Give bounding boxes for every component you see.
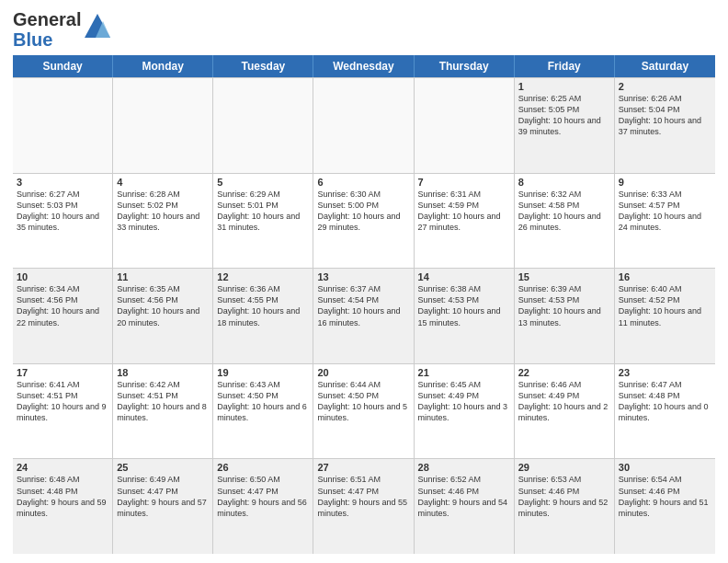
calendar-cell: 17Sunrise: 6:41 AM Sunset: 4:51 PM Dayli…	[13, 364, 113, 459]
day-number: 21	[418, 367, 510, 378]
calendar-row: 17Sunrise: 6:41 AM Sunset: 4:51 PM Dayli…	[13, 364, 715, 460]
cell-info: Sunrise: 6:38 AM Sunset: 4:53 PM Dayligh…	[418, 283, 510, 328]
calendar-cell: 1Sunrise: 6:25 AM Sunset: 5:05 PM Daylig…	[515, 78, 615, 173]
cell-info: Sunrise: 6:33 AM Sunset: 4:57 PM Dayligh…	[619, 189, 711, 234]
calendar-cell: 21Sunrise: 6:45 AM Sunset: 4:49 PM Dayli…	[415, 364, 515, 459]
calendar-cell: 20Sunrise: 6:44 AM Sunset: 4:50 PM Dayli…	[313, 364, 414, 459]
cell-info: Sunrise: 6:51 AM Sunset: 4:47 PM Dayligh…	[317, 474, 409, 519]
calendar-cell: 6Sunrise: 6:30 AM Sunset: 5:00 PM Daylig…	[313, 174, 414, 269]
day-number: 10	[17, 271, 108, 282]
calendar-cell: 26Sunrise: 6:50 AM Sunset: 4:47 PM Dayli…	[213, 459, 313, 554]
weekday-header: Thursday	[415, 55, 515, 77]
calendar-cell: 18Sunrise: 6:42 AM Sunset: 4:51 PM Dayli…	[113, 364, 213, 459]
day-number: 14	[418, 271, 510, 282]
cell-info: Sunrise: 6:42 AM Sunset: 4:51 PM Dayligh…	[117, 379, 209, 424]
cell-info: Sunrise: 6:35 AM Sunset: 4:56 PM Dayligh…	[117, 283, 209, 328]
weekday-header: Sunday	[13, 55, 113, 77]
calendar: SundayMondayTuesdayWednesdayThursdayFrid…	[13, 55, 715, 554]
day-number: 20	[317, 367, 409, 378]
calendar-cell: 3Sunrise: 6:27 AM Sunset: 5:03 PM Daylig…	[13, 174, 113, 269]
calendar-cell: 2Sunrise: 6:26 AM Sunset: 5:04 PM Daylig…	[615, 78, 715, 173]
logo-icon	[83, 12, 112, 47]
calendar-cell	[213, 78, 313, 173]
calendar-cell: 23Sunrise: 6:47 AM Sunset: 4:48 PM Dayli…	[615, 364, 715, 459]
calendar-cell: 15Sunrise: 6:39 AM Sunset: 4:53 PM Dayli…	[515, 269, 615, 363]
calendar-cell	[113, 78, 213, 173]
cell-info: Sunrise: 6:27 AM Sunset: 5:03 PM Dayligh…	[17, 189, 108, 234]
cell-info: Sunrise: 6:34 AM Sunset: 4:56 PM Dayligh…	[17, 283, 108, 328]
calendar-cell: 16Sunrise: 6:40 AM Sunset: 4:52 PM Dayli…	[615, 269, 715, 363]
cell-info: Sunrise: 6:40 AM Sunset: 4:52 PM Dayligh…	[619, 283, 711, 328]
calendar-cell: 7Sunrise: 6:31 AM Sunset: 4:59 PM Daylig…	[415, 174, 515, 269]
weekday-header: Tuesday	[213, 55, 313, 77]
calendar-cell: 9Sunrise: 6:33 AM Sunset: 4:57 PM Daylig…	[615, 174, 715, 269]
cell-info: Sunrise: 6:44 AM Sunset: 4:50 PM Dayligh…	[317, 379, 409, 424]
cell-info: Sunrise: 6:53 AM Sunset: 4:46 PM Dayligh…	[518, 474, 610, 519]
page: General Blue SundayMondayTuesdayWednesda…	[0, 0, 728, 563]
calendar-row: 3Sunrise: 6:27 AM Sunset: 5:03 PM Daylig…	[13, 174, 715, 270]
logo: General Blue	[13, 9, 112, 50]
day-number: 6	[317, 177, 409, 188]
day-number: 30	[619, 462, 711, 473]
cell-info: Sunrise: 6:29 AM Sunset: 5:01 PM Dayligh…	[217, 189, 309, 234]
cell-info: Sunrise: 6:52 AM Sunset: 4:46 PM Dayligh…	[418, 474, 510, 519]
day-number: 9	[619, 177, 711, 188]
calendar-cell: 5Sunrise: 6:29 AM Sunset: 5:01 PM Daylig…	[213, 174, 313, 269]
calendar-cell: 22Sunrise: 6:46 AM Sunset: 4:49 PM Dayli…	[515, 364, 615, 459]
cell-info: Sunrise: 6:45 AM Sunset: 4:49 PM Dayligh…	[418, 379, 510, 424]
calendar-cell: 29Sunrise: 6:53 AM Sunset: 4:46 PM Dayli…	[515, 459, 615, 554]
calendar-cell: 12Sunrise: 6:36 AM Sunset: 4:55 PM Dayli…	[213, 269, 313, 363]
day-number: 24	[17, 462, 108, 473]
cell-info: Sunrise: 6:31 AM Sunset: 4:59 PM Dayligh…	[418, 189, 510, 234]
calendar-header: SundayMondayTuesdayWednesdayThursdayFrid…	[13, 55, 715, 77]
cell-info: Sunrise: 6:49 AM Sunset: 4:47 PM Dayligh…	[117, 474, 209, 519]
calendar-row: 1Sunrise: 6:25 AM Sunset: 5:05 PM Daylig…	[13, 77, 715, 174]
day-number: 27	[317, 462, 409, 473]
cell-info: Sunrise: 6:25 AM Sunset: 5:05 PM Dayligh…	[518, 93, 610, 138]
day-number: 19	[217, 367, 309, 378]
cell-info: Sunrise: 6:39 AM Sunset: 4:53 PM Dayligh…	[518, 283, 610, 328]
calendar-cell: 30Sunrise: 6:54 AM Sunset: 4:46 PM Dayli…	[615, 459, 715, 554]
weekday-header: Wednesday	[313, 55, 414, 77]
calendar-cell: 14Sunrise: 6:38 AM Sunset: 4:53 PM Dayli…	[415, 269, 515, 363]
day-number: 4	[117, 177, 209, 188]
weekday-header: Friday	[515, 55, 615, 77]
calendar-cell: 25Sunrise: 6:49 AM Sunset: 4:47 PM Dayli…	[113, 459, 213, 554]
calendar-cell: 24Sunrise: 6:48 AM Sunset: 4:48 PM Dayli…	[13, 459, 113, 554]
header: General Blue	[13, 9, 715, 50]
calendar-cell: 4Sunrise: 6:28 AM Sunset: 5:02 PM Daylig…	[113, 174, 213, 269]
day-number: 18	[117, 367, 209, 378]
calendar-cell: 8Sunrise: 6:32 AM Sunset: 4:58 PM Daylig…	[515, 174, 615, 269]
cell-info: Sunrise: 6:36 AM Sunset: 4:55 PM Dayligh…	[217, 283, 309, 328]
day-number: 11	[117, 271, 209, 282]
day-number: 8	[518, 177, 610, 188]
cell-info: Sunrise: 6:26 AM Sunset: 5:04 PM Dayligh…	[619, 93, 711, 138]
calendar-cell	[415, 78, 515, 173]
cell-info: Sunrise: 6:47 AM Sunset: 4:48 PM Dayligh…	[619, 379, 711, 424]
cell-info: Sunrise: 6:32 AM Sunset: 4:58 PM Dayligh…	[518, 189, 610, 234]
cell-info: Sunrise: 6:28 AM Sunset: 5:02 PM Dayligh…	[117, 189, 209, 234]
calendar-cell	[313, 78, 414, 173]
day-number: 22	[518, 367, 610, 378]
day-number: 28	[418, 462, 510, 473]
cell-info: Sunrise: 6:43 AM Sunset: 4:50 PM Dayligh…	[217, 379, 309, 424]
day-number: 2	[619, 81, 711, 92]
weekday-header: Monday	[113, 55, 213, 77]
day-number: 3	[17, 177, 108, 188]
day-number: 23	[619, 367, 711, 378]
calendar-cell: 10Sunrise: 6:34 AM Sunset: 4:56 PM Dayli…	[13, 269, 113, 363]
cell-info: Sunrise: 6:30 AM Sunset: 5:00 PM Dayligh…	[317, 189, 409, 234]
cell-info: Sunrise: 6:46 AM Sunset: 4:49 PM Dayligh…	[518, 379, 610, 424]
cell-info: Sunrise: 6:50 AM Sunset: 4:47 PM Dayligh…	[217, 474, 309, 519]
cell-info: Sunrise: 6:54 AM Sunset: 4:46 PM Dayligh…	[619, 474, 711, 519]
day-number: 17	[17, 367, 108, 378]
day-number: 13	[317, 271, 409, 282]
cell-info: Sunrise: 6:41 AM Sunset: 4:51 PM Dayligh…	[17, 379, 108, 424]
day-number: 15	[518, 271, 610, 282]
calendar-cell	[13, 78, 113, 173]
day-number: 25	[117, 462, 209, 473]
day-number: 12	[217, 271, 309, 282]
day-number: 5	[217, 177, 309, 188]
day-number: 26	[217, 462, 309, 473]
calendar-cell: 19Sunrise: 6:43 AM Sunset: 4:50 PM Dayli…	[213, 364, 313, 459]
